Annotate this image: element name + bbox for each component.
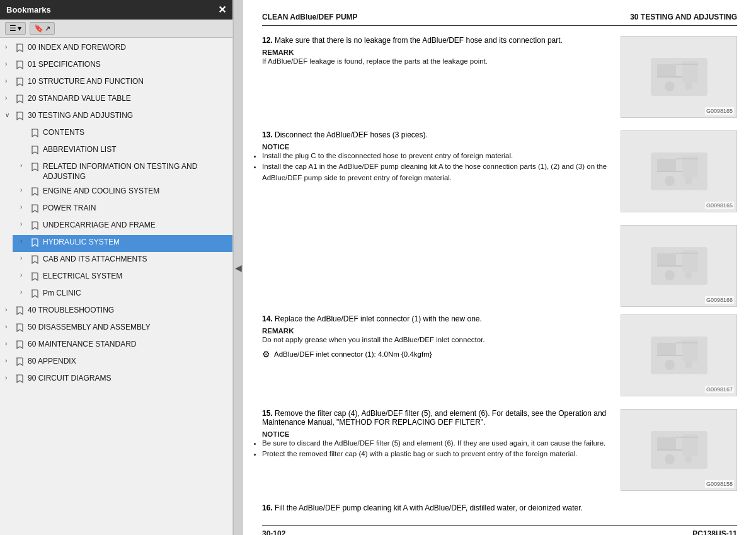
sidebar-item-label-s5c3: RELATED INFORMATION ON TESTING AND ADJUS… bbox=[43, 162, 227, 181]
svg-point-24 bbox=[665, 360, 675, 370]
main-content: CLEAN AdBlue/DEF PUMP 30 TESTING AND ADJ… bbox=[243, 0, 756, 535]
doc-page-number: 30-102 bbox=[262, 529, 285, 535]
bookmark-icon-s4 bbox=[15, 95, 24, 106]
bookmark-icon-s5c6 bbox=[30, 221, 39, 233]
notice-title-step13: NOTICE bbox=[262, 143, 613, 151]
steps-container: 12. Make sure that there is no leakage f… bbox=[262, 36, 737, 512]
expander-icon-s4: › bbox=[5, 95, 14, 101]
sidebar-item-s2[interactable]: › 01 SPECIFICATIONS bbox=[0, 57, 232, 74]
bookmark-icon-s5c10 bbox=[30, 289, 39, 301]
sidebar-item-s7[interactable]: › 50 DISASSEMBLY AND ASSEMBLY bbox=[0, 320, 232, 337]
svg-point-4 bbox=[685, 83, 692, 90]
expander-icon-s6: › bbox=[5, 306, 14, 313]
toolbar-bookmark-button[interactable]: 🔖 ↗ bbox=[30, 22, 55, 35]
expander-icon-s9: › bbox=[5, 357, 14, 364]
bookmark-icon-s5c7 bbox=[30, 238, 39, 250]
sidebar-item-s5c8[interactable]: › CAB AND ITS ATTACHMENTS bbox=[18, 252, 232, 269]
sidebar-item-s3[interactable]: › 10 STRUCTURE AND FUNCTION bbox=[0, 74, 232, 91]
step-block-step14: 14. Replace the AdBlue/DEF inlet connect… bbox=[262, 314, 737, 396]
bookmark-icon-s5 bbox=[15, 112, 24, 123]
step-main-text-step12: 12. Make sure that there is no leakage f… bbox=[262, 36, 613, 45]
sidebar-item-s5c2[interactable]: ABBREVIATION LIST bbox=[18, 142, 232, 159]
step-number-step13: 13. bbox=[262, 130, 273, 139]
sidebar-item-s10[interactable]: › 90 CIRCUIT DIAGRAMS bbox=[0, 371, 232, 388]
expander-icon-s1: › bbox=[5, 43, 14, 50]
sidebar-item-s5c4[interactable]: › ENGINE AND COOLING SYSTEM bbox=[18, 184, 232, 201]
bookmark-icon-s5c5 bbox=[30, 204, 39, 216]
expander-icon-s5c4: › bbox=[20, 187, 29, 193]
sidebar-item-s8[interactable]: › 60 MAINTENANCE STANDARD bbox=[0, 337, 232, 354]
torque-line-step14: ⚙ AdBlue/DEF inlet connector (1): 4.0Nm … bbox=[262, 349, 613, 359]
expander-icon-s2: › bbox=[5, 60, 14, 67]
sidebar-item-s5[interactable]: ∨ 30 TESTING AND ADJUSTING bbox=[0, 108, 232, 125]
doc-title-left: CLEAN AdBlue/DEF PUMP bbox=[262, 13, 358, 21]
sidebar-header: Bookmarks ✕ bbox=[0, 0, 232, 20]
notice-bullets-step15: Be sure to discard the AdBlue/DEF filter… bbox=[262, 438, 613, 460]
sidebar-item-label-s5c4: ENGINE AND COOLING SYSTEM bbox=[43, 187, 159, 197]
sidebar-item-s5c9[interactable]: › ELECTRICAL SYSTEM bbox=[18, 269, 232, 286]
bookmark-icon-s5c4 bbox=[30, 187, 39, 198]
bookmark-icon-s2 bbox=[15, 60, 24, 72]
collapse-panel-button[interactable]: ◀ bbox=[233, 0, 243, 535]
sidebar-item-label-s1: 00 INDEX AND FOREWORD bbox=[28, 43, 126, 53]
step-content-step12: 12. Make sure that there is no leakage f… bbox=[262, 36, 613, 118]
step-block-step12: 12. Make sure that there is no leakage f… bbox=[262, 36, 737, 118]
sidebar-item-label-s2: 01 SPECIFICATIONS bbox=[28, 60, 101, 70]
sidebar-tree: › 00 INDEX AND FOREWORD › 01 SPECIFICATI… bbox=[0, 38, 232, 535]
expander-icon-s10: › bbox=[5, 374, 14, 381]
step-image-row-step14_img: G0098166 bbox=[262, 225, 737, 307]
sidebar-item-s1[interactable]: › 00 INDEX AND FOREWORD bbox=[0, 40, 232, 57]
step-content-step16: 16. Fill the AdBlue/DEF pump cleaning ki… bbox=[262, 503, 737, 512]
notice-title-step12: REMARK bbox=[262, 49, 613, 56]
sidebar-item-s5c7[interactable]: › HYDRAULIC SYSTEM bbox=[13, 235, 232, 252]
svg-point-25 bbox=[685, 361, 692, 369]
step-main-text-step14: 14. Replace the AdBlue/DEF inlet connect… bbox=[262, 314, 613, 323]
step-block-step16: 16. Fill the AdBlue/DEF pump cleaning ki… bbox=[262, 503, 737, 512]
bookmark-icon-s1 bbox=[15, 43, 24, 55]
sidebar-item-s6[interactable]: › 40 TROUBLESHOOTING bbox=[0, 303, 232, 320]
expander-icon-s5c10: › bbox=[20, 289, 29, 296]
sidebar-item-s9[interactable]: › 80 APPENDIX bbox=[0, 354, 232, 371]
notice-box-step12: REMARKIf AdBlue/DEF leakage is found, re… bbox=[262, 49, 613, 67]
cursor-icon: ↗ bbox=[45, 25, 50, 33]
sidebar-item-s5c6[interactable]: › UNDERCARRIAGE AND FRAME bbox=[18, 218, 232, 235]
svg-rect-1 bbox=[657, 64, 676, 77]
expander-icon-s5c6: › bbox=[20, 221, 29, 227]
notice-box-step15: NOTICEBe sure to discard the AdBlue/DEF … bbox=[262, 430, 613, 460]
sidebar-children-s5: CONTENTS ABBREVIATION LIST › RELATED INF… bbox=[0, 125, 232, 303]
step-content-step14: 14. Replace the AdBlue/DEF inlet connect… bbox=[262, 314, 613, 396]
sidebar-title: Bookmarks bbox=[6, 5, 51, 14]
step-main-text-step15: 15. Remove the filter cap (4), AdBlue/DE… bbox=[262, 409, 613, 427]
step-content-step15: 15. Remove the filter cap (4), AdBlue/DE… bbox=[262, 409, 613, 491]
notice-body-step14: Do not apply grease when you install the… bbox=[262, 335, 613, 345]
doc-header: CLEAN AdBlue/DEF PUMP 30 TESTING AND ADJ… bbox=[262, 13, 737, 26]
bookmark-icon-s5c2 bbox=[30, 146, 39, 157]
step-number-step16: 16. bbox=[262, 503, 273, 512]
sidebar-item-label-s5c10: Pm CLINIC bbox=[43, 289, 81, 299]
bookmark-icon-s9 bbox=[15, 357, 24, 369]
sidebar-item-s4[interactable]: › 20 STANDARD VALUE TABLE bbox=[0, 91, 232, 108]
svg-point-17 bbox=[665, 270, 675, 280]
sidebar-item-label-s5c9: ELECTRICAL SYSTEM bbox=[43, 272, 122, 282]
expander-icon-s5: ∨ bbox=[5, 112, 14, 118]
toolbar-menu-button[interactable]: ☰ ▾ bbox=[5, 22, 26, 35]
sidebar-item-s5c5[interactable]: › POWER TRAIN bbox=[18, 201, 232, 218]
sidebar-item-label-s10: 90 CIRCUIT DIAGRAMS bbox=[28, 374, 111, 384]
bookmark-icon-s7 bbox=[15, 323, 24, 335]
bookmark-icon: 🔖 bbox=[34, 24, 43, 33]
bookmark-icon-s3 bbox=[15, 78, 24, 89]
notice-bullet: Install the plug C to the disconnected h… bbox=[262, 151, 613, 161]
step-image-G0098158: G0098158 bbox=[621, 409, 737, 491]
svg-rect-29 bbox=[657, 437, 676, 450]
step-content-step13: 13. Disconnect the AdBlue/DEF hoses (3 p… bbox=[262, 130, 613, 212]
sidebar-item-s5c1[interactable]: CONTENTS bbox=[18, 125, 232, 142]
dropdown-arrow-icon: ▾ bbox=[18, 24, 21, 33]
close-button[interactable]: ✕ bbox=[218, 4, 226, 16]
sidebar-item-s5c3[interactable]: › RELATED INFORMATION ON TESTING AND ADJ… bbox=[18, 159, 232, 184]
notice-body-step12: If AdBlue/DEF leakage is found, replace … bbox=[262, 56, 613, 67]
step-number-step12: 12. bbox=[262, 36, 273, 45]
sidebar-item-label-s5c6: UNDERCARRIAGE AND FRAME bbox=[43, 221, 156, 231]
sidebar-item-s5c10[interactable]: › Pm CLINIC bbox=[18, 286, 232, 303]
bookmark-icon-s5c8 bbox=[30, 255, 39, 267]
notice-box-step13: NOTICEInstall the plug C to the disconne… bbox=[262, 143, 613, 183]
